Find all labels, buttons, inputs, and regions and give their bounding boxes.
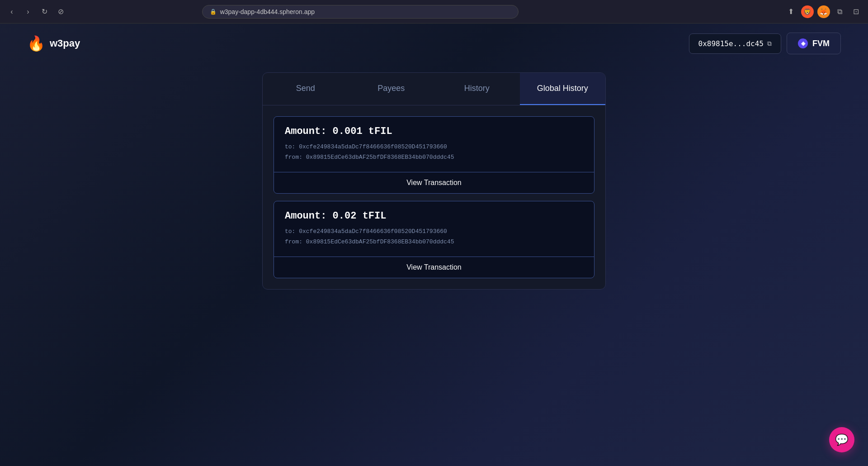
view-transaction-button-1[interactable]: View Transaction bbox=[274, 172, 594, 193]
transactions-area: Amount: 0.001 tFIL to: 0xcfe249834a5daDc… bbox=[263, 105, 605, 289]
tab-payees[interactable]: Payees bbox=[349, 73, 434, 105]
browser-actions: ⬆ 🦁 🦊 ⧉ ⊡ bbox=[785, 5, 863, 18]
transaction-info: Amount: 0.001 tFIL to: 0xcfe249834a5daDc… bbox=[274, 117, 594, 172]
logo-text: w3pay bbox=[50, 38, 80, 49]
app-container: 🔥 w3pay 0x89815e...dc45 ⧉ ◈ FVM Send Pay… bbox=[0, 24, 868, 466]
wallet-address-button[interactable]: 0x89815e...dc45 ⧉ bbox=[689, 33, 782, 54]
main-card: Send Payees History Global History Amoun… bbox=[262, 72, 606, 290]
transaction-info-2: Amount: 0.02 tFIL to: 0xcfe249834a5daDc7… bbox=[274, 201, 594, 257]
url-text: w3pay-dapp-4db444.spheron.app bbox=[220, 8, 315, 15]
brave-extension-icon[interactable]: 🦁 bbox=[801, 5, 814, 18]
transaction-card: Amount: 0.001 tFIL to: 0xcfe249834a5daDc… bbox=[274, 116, 594, 194]
tab-send[interactable]: Send bbox=[263, 73, 349, 105]
header-actions: 0x89815e...dc45 ⧉ ◈ FVM bbox=[689, 33, 841, 54]
transaction-amount-2: Amount: 0.02 tFIL bbox=[285, 210, 583, 222]
logo-container: 🔥 w3pay bbox=[27, 35, 80, 52]
forward-button[interactable]: › bbox=[22, 5, 34, 18]
logo-icon: 🔥 bbox=[27, 35, 45, 52]
tab-history[interactable]: History bbox=[434, 73, 520, 105]
browser-chrome: ‹ › ↻ ⊘ 🔒 w3pay-dapp-4db444.spheron.app … bbox=[0, 0, 868, 24]
metamask-extension-icon[interactable]: 🦊 bbox=[817, 5, 830, 18]
network-icon: ◈ bbox=[798, 38, 808, 48]
share-button[interactable]: ⬆ bbox=[785, 5, 797, 18]
tabs-row: Send Payees History Global History bbox=[263, 73, 605, 105]
transaction-card-2: Amount: 0.02 tFIL to: 0xcfe249834a5daDc7… bbox=[274, 201, 594, 278]
extensions-button[interactable]: ⧉ bbox=[834, 5, 846, 18]
tab-global-history[interactable]: Global History bbox=[520, 73, 606, 105]
chat-button[interactable]: 💬 bbox=[829, 427, 854, 452]
network-label: FVM bbox=[812, 39, 830, 48]
wallet-address-text: 0x89815e...dc45 bbox=[698, 39, 764, 48]
bookmark-button[interactable]: ⊘ bbox=[54, 5, 67, 18]
reload-button[interactable]: ↻ bbox=[38, 5, 51, 18]
transaction-amount: Amount: 0.001 tFIL bbox=[285, 126, 583, 137]
address-bar[interactable]: 🔒 w3pay-dapp-4db444.spheron.app bbox=[202, 5, 519, 19]
transaction-to-address-2: to: 0xcfe249834a5daDc7f8466636f08520D451… bbox=[285, 226, 583, 247]
back-button[interactable]: ‹ bbox=[5, 5, 18, 18]
copy-icon: ⧉ bbox=[767, 40, 772, 48]
view-transaction-button-2[interactable]: View Transaction bbox=[274, 257, 594, 278]
window-controls-button[interactable]: ⊡ bbox=[850, 5, 863, 18]
transaction-to-address: to: 0xcfe249834a5daDc7f8466636f08520D451… bbox=[285, 142, 583, 163]
app-header: 🔥 w3pay 0x89815e...dc45 ⧉ ◈ FVM bbox=[9, 24, 859, 63]
chat-icon: 💬 bbox=[835, 433, 849, 446]
network-button[interactable]: ◈ FVM bbox=[787, 33, 841, 54]
lock-icon: 🔒 bbox=[210, 9, 217, 15]
